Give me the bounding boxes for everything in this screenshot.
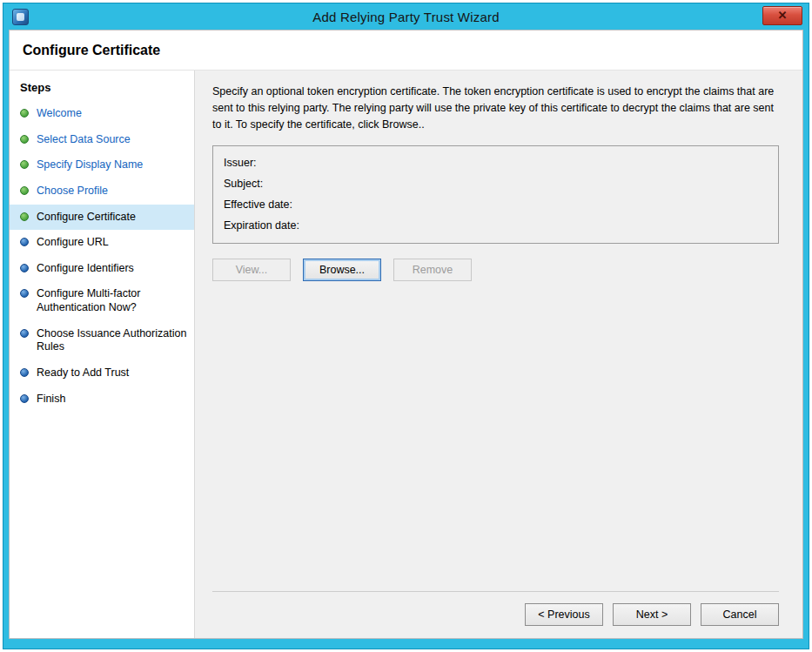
previous-button[interactable]: < Previous (525, 603, 603, 626)
instruction-text: Specify an optional token encryption cer… (212, 84, 779, 132)
steps-sidebar: Steps Welcome Select Data Source Specify… (10, 71, 195, 638)
step-complete-icon (20, 135, 29, 144)
titlebar: Add Relying Party Trust Wizard ✕ (3, 3, 809, 30)
step-pending-icon (20, 289, 29, 298)
step-pending-icon (20, 264, 29, 272)
sidebar-step-choose-issuance-rules: Choose Issuance Authorization Rules (10, 321, 194, 360)
steps-list: Welcome Select Data Source Specify Displ… (10, 101, 194, 412)
browse-button[interactable]: Browse... (303, 259, 381, 281)
page-header: Configure Certificate (10, 30, 802, 71)
sidebar-step-finish: Finish (10, 386, 194, 413)
wizard-navigation: < Previous Next > Cancel (212, 591, 779, 638)
step-pending-icon (20, 368, 29, 377)
step-pending-icon (20, 394, 29, 403)
step-complete-icon (20, 160, 29, 169)
window-title: Add Relying Party Trust Wizard (3, 10, 809, 24)
next-button[interactable]: Next > (613, 603, 691, 626)
page-title: Configure Certificate (23, 43, 789, 58)
step-current-icon (20, 212, 29, 221)
sidebar-step-configure-url: Configure URL (10, 230, 194, 256)
certificate-expiration-date-label: Expiration date: (224, 217, 768, 238)
certificate-subject-label: Subject: (224, 175, 768, 196)
steps-heading: Steps (10, 77, 194, 101)
view-button[interactable]: View... (212, 259, 291, 281)
sidebar-step-configure-identifiers: Configure Identifiers (10, 256, 194, 282)
dialog-body: Configure Certificate Steps Welcome Sele… (9, 30, 803, 639)
certificate-effective-date-label: Effective date: (224, 196, 768, 217)
main-panel: Specify an optional token encryption cer… (195, 71, 802, 638)
remove-button[interactable]: Remove (393, 259, 472, 281)
sidebar-step-configure-mfa: Configure Multi-factor Authentication No… (10, 281, 194, 320)
sidebar-step-ready-to-add-trust: Ready to Add Trust (10, 360, 194, 386)
sidebar-step-choose-profile[interactable]: Choose Profile (10, 178, 194, 205)
cancel-button[interactable]: Cancel (701, 603, 779, 626)
sidebar-step-configure-certificate[interactable]: Configure Certificate (10, 205, 194, 231)
wizard-window: Add Relying Party Trust Wizard ✕ Configu… (3, 3, 809, 649)
sidebar-step-welcome[interactable]: Welcome (10, 101, 194, 127)
step-pending-icon (20, 238, 29, 246)
certificate-issuer-label: Issuer: (224, 154, 768, 175)
close-button[interactable]: ✕ (762, 6, 802, 25)
sidebar-step-select-data-source[interactable]: Select Data Source (10, 127, 194, 153)
step-pending-icon (20, 329, 29, 338)
certificate-actions: View... Browse... Remove (212, 259, 779, 281)
wizard-app-icon (12, 9, 29, 25)
sidebar-step-specify-display-name[interactable]: Specify Display Name (10, 152, 194, 178)
certificate-details-group: Issuer: Subject: Effective date: Expirat… (212, 145, 779, 244)
step-complete-icon (20, 186, 29, 195)
step-complete-icon (20, 109, 29, 118)
